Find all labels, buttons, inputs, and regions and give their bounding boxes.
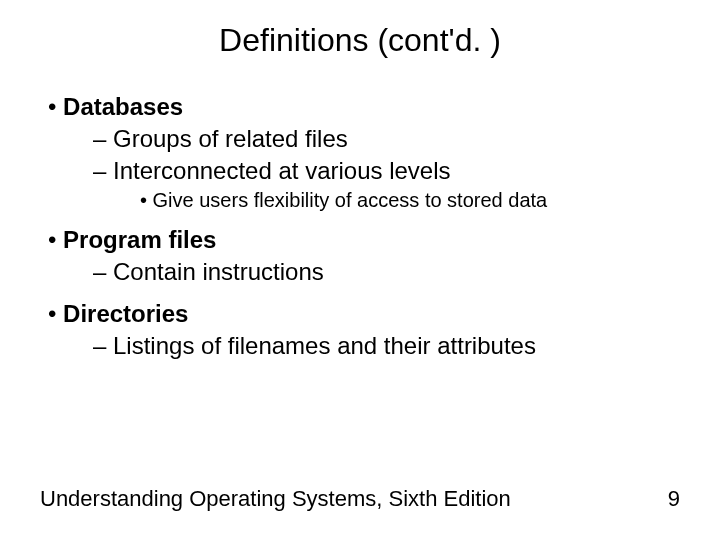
bullet-l2: Listings of filenames and their attribut… <box>40 332 680 360</box>
slide-title: Definitions (cont'd. ) <box>0 0 720 69</box>
bullet-l1: Directories <box>40 300 680 328</box>
bullet-l2: Groups of related files <box>40 125 680 153</box>
bullet-l1: Databases <box>40 93 680 121</box>
bullet-l2: Contain instructions <box>40 258 680 286</box>
slide: Definitions (cont'd. ) Databases Groups … <box>0 0 720 540</box>
footer-text: Understanding Operating Systems, Sixth E… <box>40 486 511 512</box>
slide-content: Databases Groups of related files Interc… <box>0 69 720 360</box>
bullet-l3: Give users flexibility of access to stor… <box>40 189 680 212</box>
bullet-l1: Program files <box>40 226 680 254</box>
page-number: 9 <box>668 486 680 512</box>
bullet-l2: Interconnected at various levels <box>40 157 680 185</box>
